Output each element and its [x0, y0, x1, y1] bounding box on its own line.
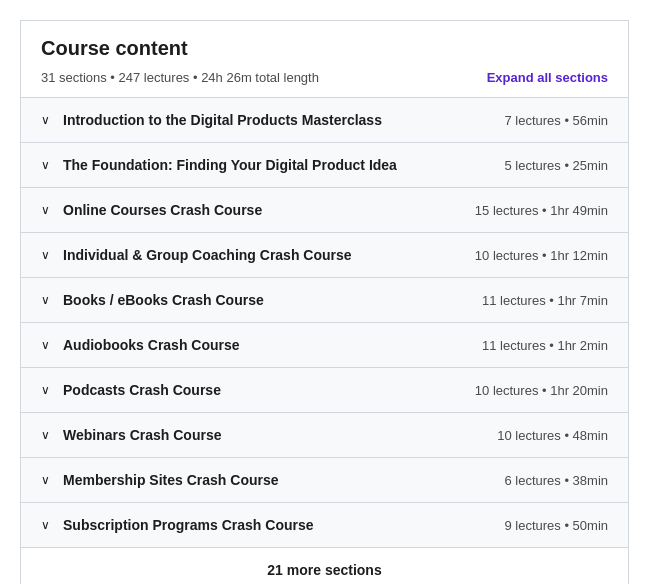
section-lectures: 6 lectures • 38min: [504, 473, 608, 488]
chevron-down-icon: ∨: [41, 428, 53, 442]
section-item[interactable]: ∨Podcasts Crash Course10 lectures • 1hr …: [21, 368, 628, 413]
course-meta-text: 31 sections • 247 lectures • 24h 26m tot…: [41, 70, 319, 85]
section-left: ∨The Foundation: Finding Your Digital Pr…: [41, 157, 488, 173]
section-name: Subscription Programs Crash Course: [63, 517, 314, 533]
chevron-down-icon: ∨: [41, 338, 53, 352]
section-name: Audiobooks Crash Course: [63, 337, 240, 353]
section-item[interactable]: ∨Webinars Crash Course10 lectures • 48mi…: [21, 413, 628, 458]
more-sections-button[interactable]: 21 more sections: [21, 548, 628, 584]
section-name: The Foundation: Finding Your Digital Pro…: [63, 157, 397, 173]
section-lectures: 9 lectures • 50min: [504, 518, 608, 533]
chevron-down-icon: ∨: [41, 473, 53, 487]
section-left: ∨Online Courses Crash Course: [41, 202, 459, 218]
section-lectures: 10 lectures • 1hr 12min: [475, 248, 608, 263]
section-left: ∨Podcasts Crash Course: [41, 382, 459, 398]
section-lectures: 11 lectures • 1hr 2min: [482, 338, 608, 353]
chevron-down-icon: ∨: [41, 293, 53, 307]
chevron-down-icon: ∨: [41, 203, 53, 217]
section-name: Online Courses Crash Course: [63, 202, 262, 218]
expand-all-button[interactable]: Expand all sections: [487, 70, 608, 85]
section-name: Books / eBooks Crash Course: [63, 292, 264, 308]
section-item[interactable]: ∨Books / eBooks Crash Course11 lectures …: [21, 278, 628, 323]
section-left: ∨Introduction to the Digital Products Ma…: [41, 112, 488, 128]
chevron-down-icon: ∨: [41, 158, 53, 172]
section-lectures: 10 lectures • 1hr 20min: [475, 383, 608, 398]
chevron-down-icon: ∨: [41, 383, 53, 397]
course-content-title: Course content: [41, 37, 608, 60]
section-lectures: 11 lectures • 1hr 7min: [482, 293, 608, 308]
section-name: Membership Sites Crash Course: [63, 472, 279, 488]
section-item[interactable]: ∨The Foundation: Finding Your Digital Pr…: [21, 143, 628, 188]
course-meta-row: 31 sections • 247 lectures • 24h 26m tot…: [41, 70, 608, 97]
section-left: ∨Individual & Group Coaching Crash Cours…: [41, 247, 459, 263]
section-name: Individual & Group Coaching Crash Course: [63, 247, 352, 263]
section-lectures: 10 lectures • 48min: [497, 428, 608, 443]
course-content-panel: Course content 31 sections • 247 lecture…: [20, 20, 629, 584]
section-item[interactable]: ∨Individual & Group Coaching Crash Cours…: [21, 233, 628, 278]
section-item[interactable]: ∨Audiobooks Crash Course11 lectures • 1h…: [21, 323, 628, 368]
section-left: ∨Subscription Programs Crash Course: [41, 517, 488, 533]
section-item[interactable]: ∨Subscription Programs Crash Course9 lec…: [21, 503, 628, 548]
section-item[interactable]: ∨Membership Sites Crash Course6 lectures…: [21, 458, 628, 503]
section-lectures: 7 lectures • 56min: [504, 113, 608, 128]
chevron-down-icon: ∨: [41, 248, 53, 262]
section-name: Podcasts Crash Course: [63, 382, 221, 398]
course-header: Course content 31 sections • 247 lecture…: [21, 21, 628, 97]
section-lectures: 5 lectures • 25min: [504, 158, 608, 173]
chevron-down-icon: ∨: [41, 518, 53, 532]
section-item[interactable]: ∨Online Courses Crash Course15 lectures …: [21, 188, 628, 233]
sections-list: ∨Introduction to the Digital Products Ma…: [21, 97, 628, 548]
section-item[interactable]: ∨Introduction to the Digital Products Ma…: [21, 98, 628, 143]
section-name: Webinars Crash Course: [63, 427, 221, 443]
section-left: ∨Membership Sites Crash Course: [41, 472, 488, 488]
chevron-down-icon: ∨: [41, 113, 53, 127]
section-name: Introduction to the Digital Products Mas…: [63, 112, 382, 128]
section-left: ∨Books / eBooks Crash Course: [41, 292, 466, 308]
section-left: ∨Audiobooks Crash Course: [41, 337, 466, 353]
section-left: ∨Webinars Crash Course: [41, 427, 481, 443]
section-lectures: 15 lectures • 1hr 49min: [475, 203, 608, 218]
